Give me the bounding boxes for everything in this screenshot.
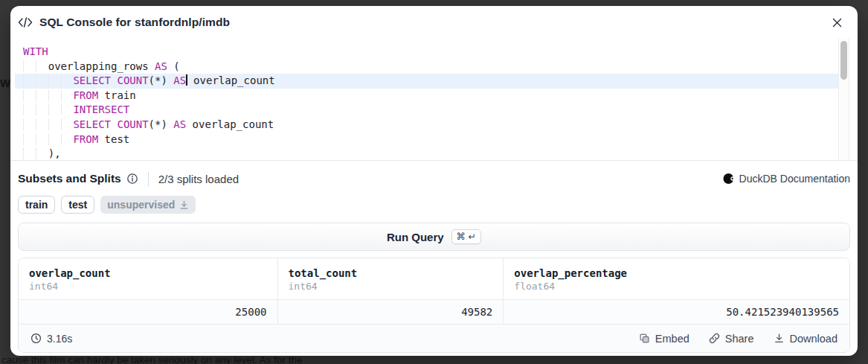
- column-name: overlap_percentage: [514, 266, 839, 280]
- keyboard-shortcut-badge: ⌘ ↵: [451, 229, 481, 244]
- share-button[interactable]: Share: [709, 333, 754, 345]
- download-label: Download: [790, 333, 838, 345]
- query-duration-value: 3.16s: [47, 333, 72, 345]
- duckdb-documentation-label: DuckDB Documentation: [739, 173, 850, 185]
- share-label: Share: [725, 333, 754, 345]
- code-line: WITH: [15, 45, 858, 60]
- modal-title: SQL Console for stanfordnlp/imdb: [39, 16, 230, 29]
- column-type: float64: [514, 280, 839, 293]
- clock-icon: [30, 333, 42, 344]
- column-name: overlap_count: [29, 266, 267, 280]
- column-type: int64: [29, 280, 267, 293]
- column-type: int64: [289, 280, 493, 293]
- download-split-icon: [179, 200, 189, 210]
- code-line: SELECT COUNT(*) AS overlap_count: [15, 74, 840, 89]
- sql-code-editor[interactable]: WITH overlapping_rows AS ( SELECT COUNT(…: [10, 39, 858, 161]
- close-icon: [832, 17, 843, 28]
- info-icon[interactable]: [126, 173, 138, 185]
- column-header: overlap_count int64: [19, 258, 278, 299]
- code-line: INTERSECT: [15, 103, 858, 118]
- close-button[interactable]: [828, 13, 846, 31]
- query-duration: 3.16s: [30, 333, 72, 345]
- modal-body: Subsets and Splits 2/3 splits loaded: [10, 169, 858, 353]
- share-icon: [709, 333, 720, 344]
- column-header: total_count int64: [278, 258, 504, 299]
- results-actions: Embed Share: [639, 333, 838, 345]
- screen: W cause this film can hardly be taken se…: [0, 0, 868, 364]
- table-row: 25000 49582 50.421523940139565: [19, 300, 849, 325]
- run-query-label: Run Query: [387, 231, 444, 243]
- vertical-divider: [148, 172, 149, 186]
- editor-scrollbar-thumb[interactable]: [840, 41, 847, 80]
- embed-button[interactable]: Embed: [639, 333, 689, 345]
- results-header-row: overlap_count int64 total_count int64 ov…: [19, 258, 849, 300]
- run-query-button[interactable]: Run Query ⌘ ↵: [18, 223, 850, 251]
- modal-header: SQL Console for stanfordnlp/imdb: [10, 6, 858, 39]
- download-button[interactable]: Download: [774, 333, 838, 345]
- column-name: total_count: [289, 266, 493, 280]
- code-line: overlapping_rows AS (: [15, 60, 858, 74]
- table-cell: 25000: [19, 300, 278, 324]
- code-line: FROM test: [15, 132, 858, 147]
- query-results-table: overlap_count int64 total_count int64 ov…: [18, 258, 850, 353]
- download-icon: [774, 333, 785, 344]
- split-pill-train[interactable]: train: [18, 196, 55, 214]
- code-line: ),: [15, 147, 858, 161]
- table-cell: 49582: [278, 300, 504, 324]
- embed-label: Embed: [655, 333, 689, 345]
- code-line: SELECT COUNT(*) AS overlap_count: [15, 118, 858, 132]
- column-header: overlap_percentage float64: [504, 258, 849, 299]
- splits-loaded-status: 2/3 splits loaded: [158, 173, 239, 185]
- duckdb-logo-icon: [723, 173, 735, 185]
- split-pill-test[interactable]: test: [61, 196, 94, 214]
- subsets-row: Subsets and Splits 2/3 splits loaded: [18, 169, 850, 188]
- dimmed-background-fragment: W: [0, 77, 10, 89]
- table-cell: 50.421523940139565: [504, 300, 849, 324]
- sql-console-modal: SQL Console for stanfordnlp/imdb WITH ov…: [10, 6, 858, 356]
- split-pill-unsupervised[interactable]: unsupervised: [100, 196, 196, 214]
- duckdb-documentation-link[interactable]: DuckDB Documentation: [723, 173, 850, 185]
- embed-icon: [639, 333, 650, 344]
- splits-tags-row: train test unsupervised: [18, 196, 850, 214]
- code-icon: [18, 16, 33, 28]
- results-footer: 3.16s Embed: [19, 325, 849, 352]
- subsets-heading: Subsets and Splits: [18, 172, 121, 185]
- code-lines: WITH overlapping_rows AS ( SELECT COUNT(…: [15, 45, 858, 161]
- code-line: FROM train: [15, 89, 858, 103]
- split-pill-label: unsupervised: [107, 199, 175, 211]
- editor-scrollbar-track[interactable]: [838, 39, 849, 160]
